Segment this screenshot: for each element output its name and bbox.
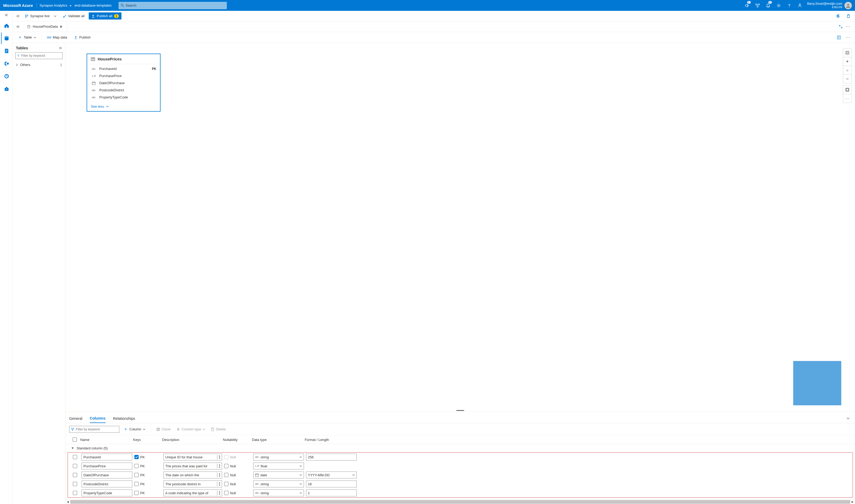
format-input[interactable]: 16 [306, 481, 357, 487]
entity-column[interactable]: abcPostcodeDistrict [87, 87, 160, 94]
tables-filter[interactable] [15, 52, 63, 59]
help-button[interactable] [784, 0, 795, 11]
pk-checkbox[interactable] [135, 491, 139, 495]
expand-rail-button[interactable] [0, 13, 13, 18]
expand-panel-button[interactable] [15, 15, 21, 17]
canvas-more-button[interactable]: ··· [843, 94, 852, 103]
design-canvas[interactable]: HousePrices abcPurchaseIdPK1.2fPurchaseP… [66, 43, 855, 409]
nav-monitor[interactable] [1, 70, 12, 82]
tables-filter-input[interactable] [21, 54, 61, 57]
column-name-input[interactable]: PropertyTypeCode [82, 489, 132, 496]
stepper-down[interactable]: ▼ [217, 475, 222, 478]
breadcrumb-workspace[interactable]: end-database-templates [72, 3, 114, 7]
row-select-checkbox[interactable] [73, 491, 77, 495]
pk-checkbox[interactable] [135, 455, 139, 459]
expand-docs-button[interactable] [15, 25, 21, 28]
publish-button[interactable]: Publish [71, 34, 93, 40]
stepper-down[interactable]: ▼ [217, 466, 222, 468]
stepper-down[interactable]: ▼ [217, 493, 222, 495]
row-select-checkbox[interactable] [73, 482, 77, 486]
notifications-button[interactable]: 2 [763, 0, 773, 11]
column-name-input[interactable]: PurchaseId [82, 454, 132, 461]
entity-column[interactable]: 1.2fPurchasePrice [87, 72, 160, 79]
search-input[interactable] [126, 3, 225, 7]
description-input[interactable]: A code indicating the type of▲▼ [163, 489, 222, 496]
doc-tab-housepricedata[interactable]: HousePriceData [22, 21, 67, 32]
format-input[interactable]: 256 [306, 454, 357, 461]
column-name-input[interactable]: DateOfPurchase [82, 471, 132, 479]
maximize-button[interactable] [837, 23, 844, 30]
entity-houseprices[interactable]: HousePrices abcPurchaseIdPK1.2fPurchaseP… [87, 54, 160, 112]
scroll-left-button[interactable]: ◀ [66, 500, 70, 503]
nav-home[interactable] [1, 20, 12, 31]
datatype-dropdown[interactable]: 1.2ffloat [253, 463, 304, 469]
feedback-button[interactable] [795, 0, 805, 11]
announcements-button[interactable]: 1 [742, 0, 752, 11]
nullable-checkbox[interactable] [224, 491, 228, 495]
row-select-checkbox[interactable] [73, 473, 77, 477]
pk-checkbox[interactable] [135, 473, 139, 477]
minimap-toggle[interactable] [843, 85, 852, 94]
nav-manage[interactable] [1, 83, 12, 95]
description-input[interactable]: Unique ID for that house▲▼ [163, 454, 222, 461]
scroll-right-button[interactable]: ▶ [850, 500, 855, 503]
entity-column[interactable]: abcPurchaseIdPK [87, 65, 160, 72]
entity-column[interactable]: DateOfPurchase [87, 79, 160, 87]
nav-develop[interactable] [1, 45, 12, 57]
zoom-in-button[interactable]: + [843, 57, 852, 66]
pk-checkbox[interactable] [135, 464, 139, 468]
stepper-up[interactable]: ▲ [217, 482, 222, 484]
stepper-down[interactable]: ▼ [217, 457, 222, 460]
nav-integrate[interactable] [1, 58, 12, 69]
zoom-out-button[interactable]: − [843, 74, 852, 84]
datatype-dropdown[interactable]: abcstring [253, 481, 304, 487]
tab-columns[interactable]: Columns [90, 414, 106, 423]
column-name-input[interactable]: PurchasePrice [82, 463, 132, 469]
stepper-up[interactable]: ▲ [217, 455, 222, 457]
description-input[interactable]: The prices that was paid for▲▼ [163, 463, 222, 469]
nullable-checkbox[interactable] [224, 482, 228, 486]
minimap[interactable] [793, 361, 841, 405]
datatype-dropdown[interactable]: date [253, 471, 304, 479]
publish-all-button[interactable]: Publish all 1 [89, 13, 121, 19]
validate-all-button[interactable]: Validate all [61, 13, 87, 19]
nav-data[interactable] [1, 33, 12, 44]
stepper-up[interactable]: ▲ [217, 473, 222, 475]
format-input[interactable]: 1 [306, 489, 357, 496]
header-description[interactable]: Description [162, 438, 223, 442]
format-dropdown[interactable]: YYYY-MM-DD [306, 471, 357, 479]
row-select-checkbox[interactable] [73, 455, 77, 459]
refresh-button[interactable] [834, 13, 842, 19]
datatype-dropdown[interactable]: abcstring [253, 454, 304, 461]
see-less-toggle[interactable]: See less [87, 102, 160, 111]
stepper-up[interactable]: ▲ [217, 490, 222, 493]
column-name-input[interactable]: PostcodeDistrict [82, 481, 132, 487]
avatar[interactable] [844, 2, 852, 9]
header-datatype[interactable]: Data type [252, 438, 305, 442]
nullable-checkbox[interactable] [224, 464, 228, 468]
stepper-up[interactable]: ▲ [217, 464, 222, 466]
entity-column[interactable]: abcPropertyTypeCode [87, 94, 160, 101]
global-search[interactable] [119, 2, 227, 9]
header-name[interactable]: Name [80, 438, 133, 442]
tab-general[interactable]: General [69, 414, 82, 423]
zoom-reset-button[interactable]: ○ [843, 66, 852, 75]
breadcrumb-service[interactable]: Synapse Analytics [37, 3, 70, 7]
synapse-live-dropdown[interactable]: Synapse live [23, 13, 58, 19]
add-table-dropdown[interactable]: ＋ Table [15, 34, 39, 41]
header-nullability[interactable]: Nullability [223, 438, 252, 442]
user-account[interactable]: Barry.Smart@endjin.com ENDJIN [805, 2, 844, 9]
pipelines-button[interactable] [752, 0, 763, 11]
description-input[interactable]: The date on which the▲▼ [163, 471, 222, 479]
properties-button[interactable] [835, 34, 842, 41]
header-keys[interactable]: Keys [133, 438, 162, 442]
collapse-detail-button[interactable] [847, 417, 851, 419]
select-all-checkbox[interactable] [73, 437, 77, 442]
row-select-checkbox[interactable] [73, 464, 77, 468]
add-column-dropdown[interactable]: ＋ Column [122, 425, 147, 433]
vertical-splitter[interactable] [66, 409, 855, 412]
tab-relationships[interactable]: Relationships [113, 414, 135, 423]
fit-view-button[interactable] [843, 48, 852, 57]
description-input[interactable]: The postcode district in▲▼ [163, 481, 222, 487]
group-standard-column[interactable]: Standard column (5) [66, 444, 855, 452]
